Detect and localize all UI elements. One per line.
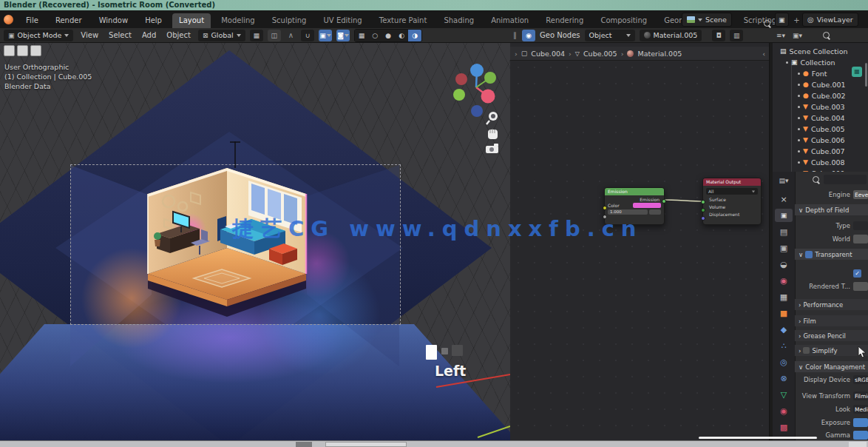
viewport-pan-hand-icon[interactable] — [488, 129, 498, 139]
section-depth-of-field[interactable]: ∨Depth of Field — [795, 204, 868, 215]
material-selector[interactable]: Material.005 — [640, 30, 702, 41]
outliner-row-cube003[interactable]: ▼Cube.003 — [798, 101, 845, 112]
overlay-toggle-button[interactable]: ◫ — [268, 30, 281, 41]
tab-scene-icon[interactable]: ◒ — [777, 258, 790, 271]
blender-logo-icon[interactable] — [4, 15, 13, 24]
filter-funnel-icon[interactable]: ≡▾ — [776, 32, 785, 39]
tab-collection-icon[interactable]: ▦ — [777, 290, 790, 303]
material-output-header[interactable]: Material Output — [703, 178, 761, 186]
editor-type-icon[interactable]: ◉ — [522, 30, 535, 41]
properties-search-icon[interactable] — [813, 176, 819, 183]
tab-world-icon[interactable]: ◉ — [777, 274, 790, 287]
volume-socket[interactable] — [701, 208, 705, 212]
emission-output-socket[interactable] — [662, 199, 666, 204]
shading-rendered-icon[interactable]: ◑ — [408, 30, 421, 41]
view-layer-selector[interactable]: ◎ ViewLayer — [802, 13, 858, 27]
tab-texture-icon[interactable]: ▩ — [777, 420, 790, 434]
viewport-menu-object[interactable]: Object — [163, 31, 194, 39]
fake-user-shield-icon[interactable]: ◘ — [712, 30, 725, 41]
outliner-row-cube008[interactable]: ▼Cube.008 — [798, 157, 845, 167]
world-field[interactable] — [853, 235, 868, 243]
tab-constraints-icon[interactable]: ⊗ — [777, 372, 790, 385]
shader-node-editor[interactable]: › ▢ Cube.004 › ▽ Cube.005 › Material.005… — [510, 43, 770, 440]
outliner-search-icon[interactable] — [823, 32, 830, 38]
outliner-panel[interactable]: ▤ Scene Collection ▣ Collection ●Font ●C… — [773, 43, 868, 172]
gamma-slider[interactable] — [853, 431, 868, 440]
snapping-dropdown[interactable]: ▣ — [319, 30, 332, 41]
outliner-row-cube002[interactable]: ●Cube.002 — [798, 90, 846, 101]
tab-modifiers-icon[interactable]: ◆ — [777, 323, 790, 336]
outliner-row-cube007[interactable]: ▼Cube.007 — [798, 146, 845, 156]
outliner-row-collection[interactable]: ▣ Collection — [786, 57, 835, 67]
scene-selector[interactable]: Scene — [682, 13, 732, 27]
outliner-row-cube006[interactable]: ▼Cube.006 — [798, 135, 845, 145]
outliner-row-cube004[interactable]: ▼Cube.004 — [798, 112, 845, 123]
proportional-edit-icon[interactable]: ∧ — [285, 31, 296, 39]
shading-solid-icon[interactable]: ● — [382, 30, 395, 41]
simplify-checkbox[interactable] — [803, 347, 810, 354]
emission-node[interactable]: Emission Emission Color 1.000 — [604, 187, 665, 225]
navigation-gizmo[interactable] — [453, 64, 496, 117]
editor-divider-icon[interactable]: ∥ — [513, 31, 518, 39]
gizmo-toggle-button[interactable]: ▦ — [250, 30, 263, 41]
tab-texture-paint[interactable]: Texture Paint — [373, 13, 434, 28]
surface-socket[interactable] — [701, 200, 705, 204]
properties-panel[interactable]: ▤▾ × ▣ ▤ ▣ ◒ ◉ ▦ ■ ◆ ∴ ◎ ⊗ ▽ ◉ ▩ Engine … — [773, 172, 868, 440]
rendered-field[interactable] — [853, 282, 868, 291]
exposure-slider[interactable] — [853, 418, 868, 427]
shader-type-dropdown[interactable]: Object — [585, 30, 635, 41]
tab-viewlayer-icon[interactable]: ▣ — [777, 241, 790, 255]
tab-uv-editing[interactable]: UV Editing — [317, 13, 369, 28]
viewport-zoom-icon[interactable] — [486, 112, 498, 124]
viewport-menu-add[interactable]: Add — [139, 31, 159, 39]
output-target-dropdown[interactable]: All — [708, 189, 713, 194]
display-mode-icon[interactable]: ▣▾ — [793, 32, 802, 39]
tab-material-icon[interactable]: ◉ — [777, 404, 790, 417]
tab-layout[interactable]: Layout — [172, 13, 211, 28]
mode-dropdown[interactable]: ▣ Object Mode — [4, 30, 73, 41]
tool-button-2[interactable] — [17, 45, 28, 56]
tab-tool-icon[interactable]: × — [777, 192, 790, 206]
view-transform-dropdown[interactable]: Filmic — [853, 391, 868, 400]
tab-sculpting[interactable]: Sculpting — [265, 13, 313, 28]
emission-strength-field[interactable]: 1.000 — [608, 209, 648, 215]
menu-render[interactable]: Render — [49, 12, 89, 30]
transparent-checkbox[interactable]: ✓ — [853, 269, 861, 278]
proportional-falloff-dropdown[interactable]: ◙ — [336, 30, 350, 41]
tab-particles-icon[interactable]: ∴ — [777, 339, 790, 352]
tab-compositing[interactable]: Compositing — [594, 13, 654, 28]
tool-button-3[interactable] — [30, 45, 41, 56]
menu-help[interactable]: Help — [138, 12, 169, 30]
renderable-toggle-icon[interactable]: ▦ — [852, 67, 862, 77]
tool-button-1[interactable] — [4, 45, 15, 56]
tab-animation[interactable]: Animation — [484, 13, 535, 28]
toggle-xray-icon[interactable]: ▦ — [355, 30, 368, 41]
section-film[interactable]: ›Film — [795, 315, 868, 326]
emission-strength-socket[interactable] — [603, 215, 607, 219]
type-dropdown[interactable] — [853, 221, 868, 230]
tab-object-icon[interactable]: ■ — [777, 306, 790, 320]
emission-color-socket[interactable] — [603, 206, 607, 210]
outliner-row-scene-collection[interactable]: ▤ Scene Collection — [780, 46, 848, 56]
section-grease-pencil[interactable]: ›Grease Pencil — [795, 330, 868, 341]
outliner-row-cube005[interactable]: ▼Cube.005 — [798, 124, 845, 134]
snap-magnet-icon[interactable]: ∪ — [301, 30, 314, 41]
outliner-scrollbar[interactable] — [865, 63, 867, 87]
horizontal-scrollbar[interactable] — [699, 437, 817, 439]
window-titlebar[interactable]: Blender (Recovered) - Isometric Room (Co… — [0, 0, 868, 10]
properties-editor-icon[interactable]: ▤▾ — [777, 174, 790, 187]
tab-shading[interactable]: Shading — [437, 13, 481, 28]
tab-physics-icon[interactable]: ◎ — [777, 355, 790, 369]
new-scene-button[interactable]: ▣ — [775, 13, 789, 27]
viewport-menu-view[interactable]: View — [78, 31, 101, 39]
outliner-row-cube001[interactable]: ●Cube.001 — [798, 79, 846, 90]
look-dropdown[interactable]: Medium — [853, 405, 868, 414]
section-performance[interactable]: ›Performance — [795, 299, 868, 310]
tab-output-icon[interactable]: ▤ — [777, 225, 790, 238]
displacement-socket[interactable] — [701, 216, 705, 221]
viewport-3d[interactable]: User Orthographic (1) Collection | Cube.… — [0, 43, 511, 440]
emission-color-swatch[interactable] — [633, 203, 661, 208]
tab-rendering[interactable]: Rendering — [539, 13, 590, 28]
overlays-icon[interactable]: ▥ — [730, 30, 743, 41]
viewport-menu-select[interactable]: Select — [106, 31, 135, 39]
